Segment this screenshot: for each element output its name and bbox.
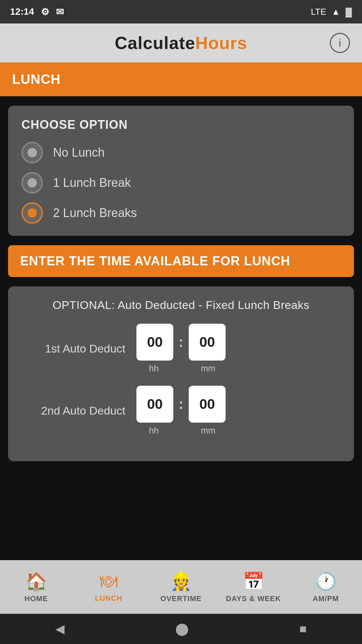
info-icon: i xyxy=(339,37,341,49)
home-button[interactable]: ⬤ xyxy=(175,622,189,636)
nav-am-pm[interactable]: 🕐 AM/PM xyxy=(290,571,362,603)
second-deduct-label: 2nd Auto Deduct xyxy=(21,404,135,417)
main-content: LUNCH CHOOSE OPTION No Lunch 1 Lunch Bre… xyxy=(0,62,362,560)
back-button[interactable]: ◀ xyxy=(55,622,65,636)
radio-1-lunch-break[interactable]: 1 Lunch Break xyxy=(21,172,341,194)
auto-deduct-title: OPTIONAL: Auto Deducted - Fixed Lunch Br… xyxy=(21,299,341,312)
first-deduct-input-group: 00 : 00 hh mm xyxy=(135,324,227,374)
nav-overtime[interactable]: 👷 OVERTIME xyxy=(145,571,217,603)
second-deduct-hh[interactable]: 00 xyxy=(136,386,173,423)
first-deduct-hh[interactable]: 00 xyxy=(136,324,173,361)
status-bar: 12:14 ⚙ ✉ LTE ▲ ▓ xyxy=(0,0,362,23)
nav-days-week[interactable]: 📅 DAYS & WEEK xyxy=(217,571,290,603)
second-deduct-input-group: 00 : 00 hh mm xyxy=(135,386,227,436)
auto-deduct-card: OPTIONAL: Auto Deducted - Fixed Lunch Br… xyxy=(8,286,354,461)
nav-overtime-label: OVERTIME xyxy=(161,594,202,603)
radio-2-lunch-breaks[interactable]: 2 Lunch Breaks xyxy=(21,202,341,224)
nav-lunch[interactable]: 🍽 LUNCH xyxy=(72,571,145,603)
nav-home-label: HOME xyxy=(24,594,48,603)
first-deduct-label: 1st Auto Deduct xyxy=(21,342,135,355)
second-deduct-colon: : xyxy=(179,396,183,412)
mail-icon: ✉ xyxy=(56,6,64,17)
choose-option-title: CHOOSE OPTION xyxy=(21,118,341,132)
radio-label-1-lunch: 1 Lunch Break xyxy=(53,176,131,190)
second-deduct-mm[interactable]: 00 xyxy=(189,386,226,423)
gear-icon: ⚙ xyxy=(41,6,49,17)
radio-inner-no-lunch xyxy=(27,148,37,157)
radio-label-no-lunch: No Lunch xyxy=(53,146,105,160)
bottom-nav: 🏠 HOME 🍽 LUNCH 👷 OVERTIME 📅 DAYS & WEEK … xyxy=(0,560,362,614)
title-calculate: Calculate xyxy=(115,33,195,53)
system-bar: ◀ ⬤ ■ xyxy=(0,614,362,644)
lunch-banner-label: LUNCH xyxy=(12,72,61,87)
radio-inner-1-lunch xyxy=(27,178,37,187)
nav-home[interactable]: 🏠 HOME xyxy=(0,571,72,603)
lte-label: LTE xyxy=(311,7,326,17)
app-title: CalculateHours xyxy=(115,33,247,53)
radio-outer-1-lunch xyxy=(21,172,43,194)
nav-days-week-label: DAYS & WEEK xyxy=(226,594,281,603)
enter-time-banner: ENTER THE TIME AVAILABLE FOR LUNCH xyxy=(8,245,354,277)
second-deduct-hh-label: hh xyxy=(135,425,172,436)
am-pm-icon: 🕐 xyxy=(315,571,337,592)
first-deduct-mm-label: mm xyxy=(190,363,227,374)
nav-am-pm-label: AM/PM xyxy=(313,594,339,603)
choose-option-card: CHOOSE OPTION No Lunch 1 Lunch Break 2 L… xyxy=(8,106,354,236)
title-hours: Hours xyxy=(195,33,247,53)
status-time: 12:14 xyxy=(10,6,34,17)
radio-outer-2-lunch xyxy=(21,202,43,224)
overtime-icon: 👷 xyxy=(170,571,192,592)
recents-button[interactable]: ■ xyxy=(299,622,307,636)
signal-icon: ▲ xyxy=(331,7,340,17)
battery-icon: ▓ xyxy=(346,7,352,17)
info-button[interactable]: i xyxy=(330,33,350,53)
first-deduct-mm[interactable]: 00 xyxy=(189,324,226,361)
radio-no-lunch[interactable]: No Lunch xyxy=(21,142,341,163)
lunch-section-header: LUNCH xyxy=(0,62,362,96)
first-deduct-row: 1st Auto Deduct 00 : 00 hh mm xyxy=(21,324,341,374)
home-icon: 🏠 xyxy=(25,571,47,592)
app-header: CalculateHours i xyxy=(0,23,362,62)
first-deduct-hh-label: hh xyxy=(135,363,172,374)
radio-group: No Lunch 1 Lunch Break 2 Lunch Breaks xyxy=(21,142,341,224)
enter-time-label: ENTER THE TIME AVAILABLE FOR LUNCH xyxy=(20,254,290,268)
lunch-icon: 🍽 xyxy=(100,571,117,591)
second-deduct-row: 2nd Auto Deduct 00 : 00 hh mm xyxy=(21,386,341,436)
first-deduct-colon: : xyxy=(179,334,183,350)
radio-outer-no-lunch xyxy=(21,142,43,163)
second-deduct-mm-label: mm xyxy=(190,425,227,436)
radio-label-2-lunch: 2 Lunch Breaks xyxy=(53,206,137,220)
nav-lunch-label: LUNCH xyxy=(95,594,122,603)
days-week-icon: 📅 xyxy=(243,571,264,592)
radio-inner-2-lunch xyxy=(27,208,37,218)
